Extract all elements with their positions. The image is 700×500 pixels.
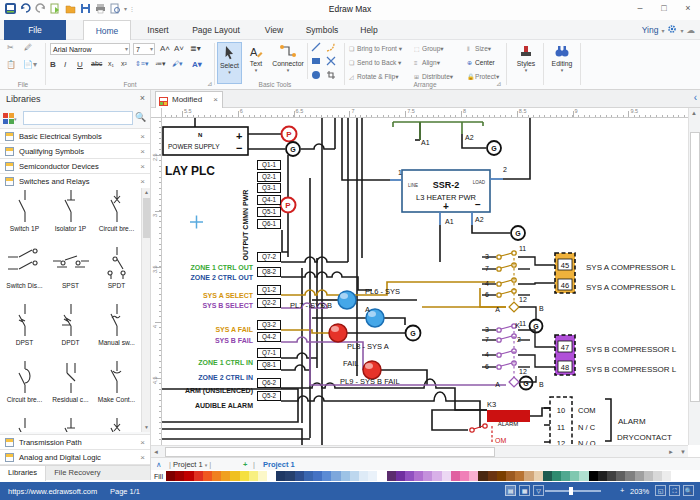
bold-icon[interactable]: B — [50, 60, 56, 69]
curve-tool-icon[interactable] — [326, 42, 336, 54]
search-icon[interactable]: 🔍 — [135, 112, 148, 125]
fill-swatch[interactable] — [184, 471, 193, 481]
symbol-switch-1p[interactable]: Switch 1P — [2, 188, 47, 244]
fill-swatch[interactable] — [662, 471, 671, 481]
connector-tool-button[interactable]: Connector ▾ — [270, 42, 306, 73]
fill-swatch[interactable] — [423, 471, 432, 481]
tab-insert[interactable]: Insert — [138, 20, 178, 40]
fullscreen-icon[interactable]: ⛶ — [669, 485, 680, 496]
strikethrough-icon[interactable]: abc — [91, 60, 102, 67]
shrink-font-icon[interactable]: A˅ — [174, 44, 184, 53]
normal-view-icon[interactable]: ▤ — [505, 485, 516, 496]
add-page-icon[interactable]: + — [243, 459, 247, 470]
line-spacing-icon[interactable]: ⇕≡▾ — [135, 60, 148, 68]
collapse-panel-icon[interactable]: ‹ — [694, 92, 697, 103]
tab-symbols[interactable]: Symbols — [297, 20, 347, 40]
fill-swatch[interactable] — [515, 471, 524, 481]
fit-window-icon[interactable]: ◱ — [655, 485, 666, 496]
close-library-icon[interactable]: × — [140, 159, 145, 174]
fill-swatch[interactable] — [387, 471, 396, 481]
pages-navigator-icon[interactable]: ∧ — [156, 459, 162, 470]
bullet-list-icon[interactable]: ≔▾ — [155, 60, 166, 68]
tab-page-layout[interactable]: Page Layout — [183, 20, 249, 40]
status-url[interactable]: https://www.edrawsoft.com — [8, 487, 97, 496]
subscript-icon[interactable]: x₁ — [108, 60, 114, 67]
vertical-scrollbar[interactable]: ▲ — [688, 108, 700, 445]
fill-swatch[interactable] — [543, 471, 552, 481]
symbol-spdt[interactable]: SPDT — [94, 245, 139, 301]
fill-swatch[interactable] — [350, 471, 359, 481]
drawing-canvas[interactable]: N POWER SUPPLY + − P G P G — [162, 118, 688, 445]
document-tab-close-icon[interactable]: × — [213, 92, 218, 108]
fill-swatch[interactable] — [194, 471, 203, 481]
symbol-grid-scrollbar[interactable]: ▲ ▼ — [141, 188, 150, 432]
paste-icon[interactable]: 📋 — [6, 60, 16, 69]
user-name[interactable]: Ying — [642, 25, 659, 35]
fill-swatch[interactable] — [460, 471, 469, 481]
line-tool-icon[interactable] — [311, 42, 321, 54]
fill-swatch[interactable] — [285, 471, 294, 481]
symbol-circuit-bre-[interactable]: Circuit bre... — [94, 188, 139, 244]
fill-swatch[interactable] — [203, 471, 212, 481]
plc-terminal[interactable]: Q7-2 — [257, 252, 281, 262]
send-to-back-button[interactable]: ❏Send to Back ▾ — [349, 59, 401, 67]
center-button[interactable]: ⊕Center — [467, 59, 495, 66]
fill-swatch[interactable] — [635, 471, 644, 481]
symbol-isolator-1p[interactable]: Isolator 1P — [48, 188, 93, 244]
fill-swatch[interactable] — [331, 471, 340, 481]
symbol-dpdt[interactable]: DPDT — [48, 302, 93, 358]
fill-swatch[interactable] — [671, 471, 680, 481]
fill-swatch[interactable] — [212, 471, 221, 481]
group-button[interactable]: ⬚Group▾ — [414, 45, 444, 53]
find-icon[interactable]: 🔍 — [683, 485, 694, 496]
fill-swatch[interactable] — [432, 471, 441, 481]
fill-swatch[interactable] — [240, 471, 249, 481]
plc-terminal[interactable]: Q4-2 — [257, 332, 281, 342]
fill-swatch[interactable] — [359, 471, 368, 481]
plc-terminal[interactable]: Q3-2 — [257, 320, 281, 330]
fill-swatch[interactable] — [653, 471, 662, 481]
plc-terminal[interactable]: Q5-2 — [257, 391, 281, 401]
size-button[interactable]: ⦀Size▾ — [467, 45, 491, 53]
plc-terminal[interactable]: Q5-1 — [257, 207, 281, 217]
editing-button[interactable]: Editing ▾ — [546, 42, 578, 73]
zoom-level[interactable]: 203% — [630, 487, 649, 496]
italic-icon[interactable]: I — [64, 60, 66, 69]
library-group[interactable]: Transmission Path× — [0, 435, 150, 450]
styles-button[interactable]: Styles ▾ — [510, 42, 542, 73]
zoom-in-icon[interactable]: + — [620, 486, 624, 495]
close-library-icon[interactable]: × — [140, 129, 145, 144]
maximize-button[interactable]: □ — [652, 0, 676, 18]
fill-swatch[interactable] — [607, 471, 616, 481]
plc-terminal[interactable]: Q8-1 — [257, 360, 281, 370]
libraries-close-icon[interactable]: × — [140, 93, 145, 103]
tab-file[interactable]: File — [4, 20, 66, 40]
settings-gear-icon[interactable] — [667, 24, 677, 36]
fill-swatch[interactable] — [166, 471, 175, 481]
fill-swatch[interactable] — [249, 471, 258, 481]
fill-swatch[interactable] — [230, 471, 239, 481]
select-tool-button[interactable]: Select ▾ — [217, 42, 242, 84]
dry-contact-block[interactable]: 10 11 12 COM N / C N / O ALARM DRYCONTAC… — [544, 397, 672, 445]
underline-icon[interactable]: U — [77, 60, 83, 69]
fill-swatch[interactable] — [313, 471, 322, 481]
fill-swatch[interactable] — [589, 471, 598, 481]
fill-swatch[interactable] — [579, 471, 588, 481]
panel-tab-libraries[interactable]: Libraries — [0, 466, 46, 481]
symbol-switch-dis-[interactable]: Switch Dis... — [2, 245, 47, 301]
fill-swatch[interactable] — [469, 471, 478, 481]
fill-swatch[interactable] — [506, 471, 515, 481]
symbol-partial[interactable] — [48, 416, 93, 432]
page-tab-project1[interactable]: Project 1 — [263, 459, 295, 470]
font-color-icon[interactable]: A▾ — [192, 60, 202, 69]
terminal-block-sys-b[interactable]: 47 48 — [555, 335, 575, 375]
plc-terminal[interactable]: Q4-1 — [257, 195, 281, 205]
fill-swatch[interactable] — [295, 471, 304, 481]
font-dialog-launcher-icon[interactable]: ⊿ — [207, 80, 212, 88]
close-library-icon[interactable]: × — [140, 435, 145, 450]
tab-home[interactable]: Home — [83, 20, 131, 40]
library-search-input[interactable] — [23, 111, 133, 125]
document-tab[interactable]: Modified × — [155, 91, 223, 108]
terminal-block-sys-a[interactable]: 45 46 — [555, 253, 575, 293]
k3-relay[interactable]: K3 ALARM OM — [432, 400, 550, 444]
